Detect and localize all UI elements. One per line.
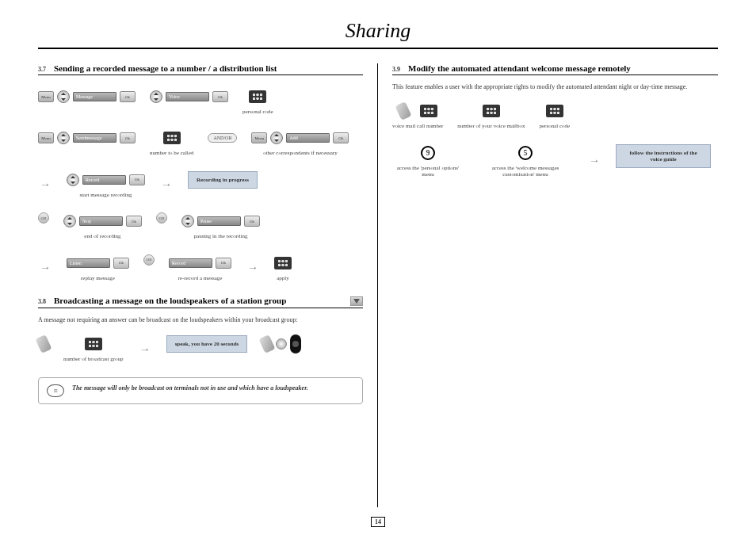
- menu-button-icon: Menu: [38, 91, 54, 102]
- or-bullet-icon: OR: [38, 212, 49, 224]
- keypad-icon: [546, 105, 563, 117]
- display-record: Record: [169, 258, 212, 268]
- arrow-icon: →: [138, 343, 152, 356]
- note-text: The message will only be broadcast on te…: [72, 384, 308, 392]
- caption: re-record a message: [178, 275, 223, 281]
- step-sendmessage: Menu Sendmessage Ok: [38, 129, 136, 147]
- step-pause: Pause Ok pausing in the recording: [181, 212, 260, 239]
- caption: apply: [277, 275, 289, 281]
- section-number: 3.7: [38, 66, 46, 73]
- section-3-9-head: 3.9 Modify the automated attendant welco…: [392, 63, 718, 75]
- keypad-icon: [274, 257, 292, 269]
- step-add: Menu Add Ok other correspondents if nece…: [251, 129, 349, 156]
- arrow-icon: →: [587, 155, 601, 167]
- step-personal-code: personal code: [242, 88, 273, 115]
- digit-9-icon: 9: [421, 146, 435, 160]
- keypad-icon: [85, 338, 102, 350]
- handset-icon: [395, 101, 412, 120]
- handset-icon: [259, 334, 276, 353]
- caption: voice mail call number: [392, 123, 443, 129]
- nav-key-icon: [63, 215, 76, 227]
- caption: end of recording: [84, 233, 120, 239]
- step-mailbox: number of your voice mailbox: [457, 102, 525, 129]
- s38-row1: number of broadcast group → speak, you h…: [38, 335, 363, 362]
- display-sendmessage: Sendmessage: [73, 133, 116, 143]
- digit-5-icon: 5: [518, 146, 533, 160]
- caption: replay message: [81, 275, 115, 281]
- nav-key-icon: [57, 90, 70, 103]
- ok-button-icon: Ok: [126, 216, 142, 227]
- step-record: Record Ok start message recording: [67, 171, 145, 198]
- caption: personal code: [242, 109, 273, 115]
- section-number: 3.9: [392, 66, 400, 73]
- caption: personal code: [540, 123, 571, 129]
- caption: other correspondents if necessary: [263, 150, 338, 156]
- and-or-icon: AND/OR: [208, 133, 237, 143]
- section-number: 3.8: [38, 298, 46, 305]
- s39-row2: 9 access the 'personal options' menu 5 a…: [392, 144, 718, 178]
- section-intro: This feature enables a user with the app…: [392, 83, 718, 91]
- nav-key-icon: [181, 215, 194, 227]
- step-num-broadcast: number of broadcast group: [63, 335, 124, 362]
- step-andor: AND/OR: [208, 129, 237, 147]
- s37-row5: → Listen Ok replay message OR Record Ok …: [38, 254, 363, 281]
- caption: access the 'personal options' menu: [392, 165, 464, 178]
- step-record2: Record Ok re-record a message: [169, 254, 231, 281]
- caption: access the 'welcome messages customisati…: [478, 165, 573, 178]
- title-bar: Sharing: [38, 19, 718, 49]
- left-column: 3.7 Sending a recorded message to a numb…: [38, 63, 378, 507]
- step-five: 5 access the 'welcome messages customisa…: [478, 144, 573, 178]
- arrow-icon: →: [38, 178, 52, 191]
- s37-row4: OR Stop Ok end of recording OR Pause Ok …: [38, 212, 363, 239]
- nav-key-icon: [150, 90, 162, 103]
- caption: number of broadcast group: [63, 356, 124, 362]
- step-hangup: [262, 335, 301, 353]
- keypad-icon: [483, 105, 500, 117]
- s37-row2: Menu Sendmessage Ok number to be called …: [38, 129, 363, 156]
- caption: number of your voice mailbox: [457, 123, 525, 129]
- keypad-icon: [163, 132, 181, 144]
- keypad-icon: [249, 90, 266, 103]
- step-handset: [38, 335, 49, 353]
- s37-row1: Menu Message Ok Voice Ok personal code: [38, 88, 363, 115]
- follow-box: follow the instructions of the voice gui…: [616, 144, 711, 168]
- section-title: Modify the automated attendant welcome m…: [408, 63, 718, 73]
- ok-button-icon: Ok: [216, 258, 231, 269]
- ok-button-icon: Ok: [120, 132, 136, 143]
- nav-key-icon: [57, 132, 70, 144]
- step-menu: Menu Message Ok: [38, 88, 136, 105]
- step-number-called: number to be called: [150, 129, 193, 156]
- nav-key-icon: [67, 174, 79, 186]
- arrow-icon: →: [246, 262, 260, 274]
- step-voice: Voice Ok: [150, 88, 228, 105]
- step-nine: 9 access the 'personal options' menu: [392, 144, 464, 178]
- display-add: Add: [286, 133, 330, 143]
- step-apply: apply: [274, 254, 292, 281]
- two-column-layout: 3.7 Sending a recorded message to a numb…: [38, 63, 718, 507]
- step-voicemail-call: voice mail call number: [392, 102, 443, 129]
- caption: number to be called: [150, 150, 193, 156]
- chevron-down-icon: [350, 296, 363, 306]
- recording-progress-box: Recording in progress: [188, 171, 258, 189]
- ok-button-icon: Ok: [244, 216, 260, 227]
- display-stop: Stop: [79, 216, 123, 226]
- display-listen: Listen: [67, 258, 110, 268]
- note-box: The message will only be broadcast on te…: [38, 377, 363, 404]
- step-personal-code: personal code: [540, 102, 571, 129]
- section-title: Broadcasting a message on the loudspeake…: [54, 296, 342, 305]
- nav-key-icon: [270, 132, 283, 144]
- arrow-icon: →: [38, 262, 52, 274]
- s37-row3: → Record Ok start message recording → Re…: [38, 171, 363, 198]
- ok-button-icon: Ok: [113, 258, 129, 269]
- section-title: Sending a recorded message to a number /…: [54, 63, 363, 73]
- s39-row1: voice mail call number number of your vo…: [392, 102, 718, 129]
- or-bullet-icon: OR: [156, 212, 167, 224]
- display-pause: Pause: [197, 216, 241, 226]
- speech-bubble-icon: [47, 384, 64, 397]
- page-number: 14: [371, 517, 385, 527]
- or-bullet-icon: OR: [143, 254, 155, 266]
- section-3-7-head: 3.7 Sending a recorded message to a numb…: [38, 63, 363, 75]
- menu-button-icon: Menu: [251, 132, 267, 143]
- step-listen: Listen Ok replay message: [67, 254, 129, 281]
- display-message: Message: [73, 92, 116, 101]
